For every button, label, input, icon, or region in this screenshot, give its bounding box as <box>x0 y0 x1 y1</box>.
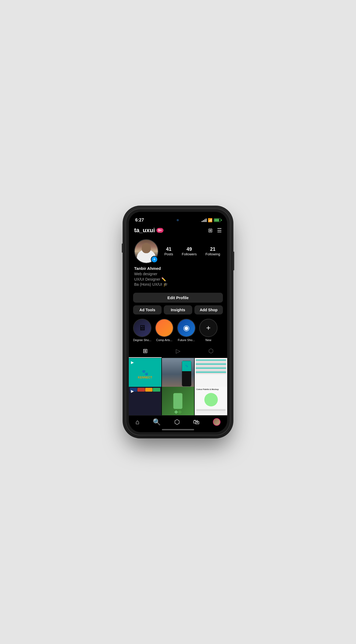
nav-avatar <box>213 418 220 426</box>
tab-tagged[interactable]: ⬡ <box>194 345 227 358</box>
following-stat[interactable]: 21 Following <box>205 246 220 256</box>
add-story-button[interactable]: + <box>151 256 158 263</box>
status-time: 6:27 <box>135 218 144 223</box>
nav-search[interactable]: 🔍 <box>153 418 161 426</box>
profile-section: + 41 Posts 49 Followers 21 Fo <box>129 237 227 291</box>
status-icons: 📶 <box>202 218 221 222</box>
header-right: ⊞ ☰ <box>208 227 222 234</box>
home-icon: ⌂ <box>136 418 140 426</box>
tagged-icon: ⬡ <box>208 348 213 355</box>
highlight-new-circle: + <box>199 319 218 337</box>
grid-icon: ⊞ <box>143 348 148 355</box>
posts-stat[interactable]: 41 Posts <box>164 246 173 256</box>
following-count: 21 <box>210 246 215 252</box>
highlight-label-1: Degree Sho... <box>133 338 151 342</box>
highlight-circle-1: 🖥 <box>133 319 151 337</box>
bio-name: Tanbir Ahmed <box>134 266 222 271</box>
followers-stat[interactable]: 49 Followers <box>182 246 197 256</box>
nav-profile[interactable] <box>213 418 220 426</box>
tab-reels[interactable]: ▷ <box>162 345 194 358</box>
tab-grid[interactable]: ⊞ <box>129 345 162 358</box>
add-shop-button[interactable]: Add Shop <box>194 305 223 314</box>
notification-badge[interactable]: 9+ <box>156 228 163 233</box>
bottom-nav: ⌂ 🔍 ⬡ 🛍 <box>129 415 227 427</box>
highlight-label-3: Future Sho... <box>178 338 195 342</box>
post-cell-3[interactable] <box>195 358 227 391</box>
highlight-3[interactable]: ◉ Future Sho... <box>177 319 195 342</box>
highlight-label-2: Comp Arts... <box>156 338 173 342</box>
home-indicator <box>129 427 227 432</box>
camera-dot <box>177 219 179 221</box>
bio-line-2: UX/UI Designer ✏️ <box>134 277 222 282</box>
status-bar: 6:27 📶 <box>129 212 227 225</box>
phone-frame: 6:27 📶 ta_uxui 9+ <box>126 209 230 435</box>
menu-icon[interactable]: ☰ <box>217 227 222 234</box>
post-cell-1[interactable]: 🐾 KENNECT ▶ <box>129 358 161 391</box>
avatar-container: + <box>134 239 158 263</box>
play-icon-1: ▶ <box>131 360 134 364</box>
following-label: Following <box>205 252 220 256</box>
post-cell-6[interactable]: Colour Palette & Mockup <box>195 387 227 415</box>
ad-tools-button[interactable]: Ad Tools <box>133 305 162 314</box>
followers-label: Followers <box>182 252 197 256</box>
stats-row: 41 Posts 49 Followers 21 Following <box>163 246 222 256</box>
followers-count: 49 <box>187 246 192 252</box>
reels-icon: ⬡ <box>174 418 180 426</box>
bio-line-3: Ba (Hons) UX/UI 🎓 <box>134 282 222 287</box>
action-buttons: Edit Profile Ad Tools Insights Add Shop <box>129 291 227 317</box>
reels-tab-icon: ▷ <box>176 348 180 355</box>
posts-count: 41 <box>166 246 171 252</box>
post-cell-2[interactable]: 🐾 <box>162 358 194 391</box>
highlight-2[interactable]: Comp Arts... <box>155 319 173 342</box>
signal-icon <box>202 218 207 222</box>
insights-button[interactable]: Insights <box>164 305 192 314</box>
add-post-icon[interactable]: ⊞ <box>208 227 213 234</box>
content-tabs: ⊞ ▷ ⬡ <box>129 345 227 358</box>
battery-icon <box>214 218 221 222</box>
post-cell-4[interactable]: ▶ <box>129 387 161 415</box>
tools-row: Ad Tools Insights Add Shop <box>133 305 223 314</box>
highlight-circle-3: ◉ <box>177 319 195 337</box>
nav-home[interactable]: ⌂ <box>136 418 140 426</box>
bio-line-1: Web designer <box>134 271 222 277</box>
phone-screen: 6:27 📶 ta_uxui 9+ <box>129 212 227 432</box>
edit-profile-button[interactable]: Edit Profile <box>133 293 223 303</box>
posts-grid: 🐾 KENNECT ▶ 🐾 <box>129 358 227 415</box>
header-left: ta_uxui 9+ <box>134 227 163 234</box>
play-icon-4: ▶ <box>131 389 134 393</box>
profile-bio: Tanbir Ahmed Web designer UX/UI Designer… <box>134 266 222 287</box>
nav-reels[interactable]: ⬡ <box>174 418 180 426</box>
notch <box>165 217 181 223</box>
search-icon: 🔍 <box>153 418 161 426</box>
highlight-circle-2 <box>155 319 173 337</box>
highlight-label-new: New <box>205 338 211 342</box>
highlight-1[interactable]: 🖥 Degree Sho... <box>133 319 151 342</box>
username-text: ta_uxui <box>134 227 155 234</box>
wifi-icon: 📶 <box>208 218 212 222</box>
scroll-area: + 41 Posts 49 Followers 21 Fo <box>129 237 227 415</box>
app-header: ta_uxui 9+ ⊞ ☰ <box>129 225 227 237</box>
posts-label: Posts <box>164 252 173 256</box>
highlights-row: 🖥 Degree Sho... Comp Arts... ◉ <box>129 317 227 345</box>
nav-shop[interactable]: 🛍 <box>193 418 200 426</box>
post-cell-5[interactable] <box>162 387 194 415</box>
shop-icon: 🛍 <box>193 418 200 426</box>
highlight-new[interactable]: + New <box>199 319 218 342</box>
profile-info-row: + 41 Posts 49 Followers 21 Fo <box>134 239 222 263</box>
